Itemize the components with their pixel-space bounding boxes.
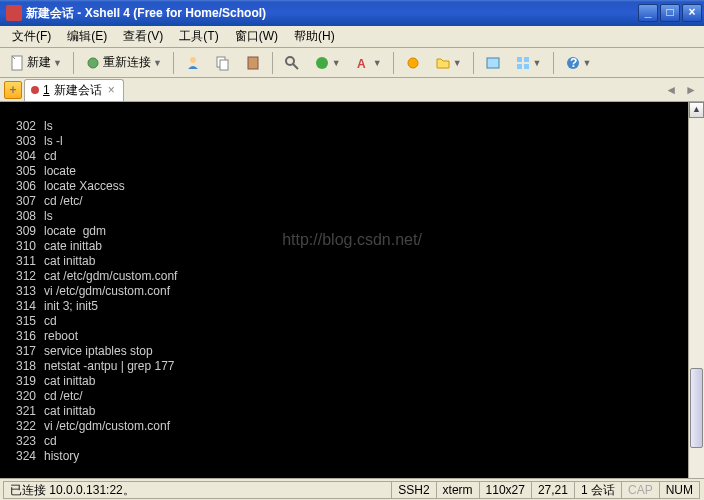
line-number: 311 <box>4 254 44 269</box>
line-number: 323 <box>4 434 44 449</box>
line-number: 302 <box>4 119 44 134</box>
command-text: cd <box>44 314 57 329</box>
scrollbar[interactable]: ▲ ▼ <box>688 102 704 494</box>
menu-help[interactable]: 帮助(H) <box>286 26 343 47</box>
history-line: 320cd /etc/ <box>4 389 700 404</box>
chevron-down-icon: ▼ <box>332 58 341 68</box>
grid-icon <box>515 55 531 71</box>
svg-rect-14 <box>517 64 522 69</box>
tab-next-button[interactable]: ► <box>682 83 700 97</box>
menu-tools[interactable]: 工具(T) <box>171 26 226 47</box>
separator <box>73 52 74 74</box>
line-number: 308 <box>4 209 44 224</box>
history-line: 312cat /etc/gdm/custom.conf <box>4 269 700 284</box>
tab-prev-button[interactable]: ◄ <box>662 83 680 97</box>
line-number: 313 <box>4 284 44 299</box>
font-icon: A <box>355 55 371 71</box>
menu-view[interactable]: 查看(V) <box>115 26 171 47</box>
command-text: cate inittab <box>44 239 102 254</box>
menu-file[interactable]: 文件(F) <box>4 26 59 47</box>
command-text: service iptables stop <box>44 344 153 359</box>
chevron-down-icon: ▼ <box>583 58 592 68</box>
paste-button[interactable] <box>240 52 266 74</box>
svg-rect-12 <box>517 57 522 62</box>
scroll-thumb[interactable] <box>690 368 703 448</box>
status-caps: CAP <box>621 481 660 499</box>
history-line: 324history <box>4 449 700 464</box>
history-line: 317service iptables stop <box>4 344 700 359</box>
history-line: 310cate inittab <box>4 239 700 254</box>
window-icon <box>485 55 501 71</box>
command-text: cat inittab <box>44 404 95 419</box>
maximize-button[interactable]: □ <box>660 4 680 22</box>
command-text: cd <box>44 434 57 449</box>
document-icon <box>9 55 25 71</box>
menubar: 文件(F) 编辑(E) 查看(V) 工具(T) 窗口(W) 帮助(H) <box>0 26 704 48</box>
tab-close-button[interactable]: × <box>106 83 117 97</box>
command-text: locate gdm <box>44 224 106 239</box>
history-line: 321cat inittab <box>4 404 700 419</box>
scroll-up-button[interactable]: ▲ <box>689 102 704 118</box>
terminal[interactable]: 302ls303ls -l304cd305locate306locate Xac… <box>0 102 704 494</box>
titlebar: 新建会话 - Xshell 4 (Free for Home/School) _… <box>0 0 704 26</box>
help-button[interactable]: ?▼ <box>560 52 597 74</box>
new-button[interactable]: 新建 ▼ <box>4 51 67 74</box>
line-number: 303 <box>4 134 44 149</box>
copy-icon <box>215 55 231 71</box>
history-line: 311cat inittab <box>4 254 700 269</box>
history-line: 308ls <box>4 209 700 224</box>
tool3-button[interactable] <box>480 52 506 74</box>
separator <box>393 52 394 74</box>
find-button[interactable] <box>279 52 305 74</box>
color-button[interactable]: ▼ <box>309 52 346 74</box>
help-icon: ? <box>565 55 581 71</box>
history-line: 302ls <box>4 119 700 134</box>
separator <box>272 52 273 74</box>
reconnect-label: 重新连接 <box>103 54 151 71</box>
svg-point-1 <box>88 58 98 68</box>
line-number: 309 <box>4 224 44 239</box>
app-icon <box>6 5 22 21</box>
reconnect-button[interactable]: 重新连接 ▼ <box>80 51 167 74</box>
copy-button[interactable] <box>210 52 236 74</box>
svg-rect-13 <box>524 57 529 62</box>
chevron-down-icon: ▼ <box>373 58 382 68</box>
menu-edit[interactable]: 编辑(E) <box>59 26 115 47</box>
status-num: NUM <box>659 481 700 499</box>
command-text: vi /etc/gdm/custom.conf <box>44 284 170 299</box>
new-label: 新建 <box>27 54 51 71</box>
history-line: 319cat inittab <box>4 374 700 389</box>
command-text: ls -l <box>44 134 63 149</box>
line-number: 307 <box>4 194 44 209</box>
command-text: cd /etc/ <box>44 389 83 404</box>
status-pos: 27,21 <box>531 481 575 499</box>
command-text: cd <box>44 149 57 164</box>
command-text: locate <box>44 164 76 179</box>
separator <box>473 52 474 74</box>
history-line: 306locate Xaccess <box>4 179 700 194</box>
tool4-button[interactable]: ▼ <box>510 52 547 74</box>
svg-text:?: ? <box>570 56 577 70</box>
chevron-down-icon: ▼ <box>533 58 542 68</box>
line-number: 317 <box>4 344 44 359</box>
scroll-track[interactable] <box>689 118 704 478</box>
line-number: 312 <box>4 269 44 284</box>
line-number: 310 <box>4 239 44 254</box>
svg-point-6 <box>286 57 294 65</box>
minimize-button[interactable]: _ <box>638 4 658 22</box>
tab-session[interactable]: 1 新建会话 × <box>24 79 124 101</box>
history-line: 305locate <box>4 164 700 179</box>
command-text: ls <box>44 209 53 224</box>
profile-button[interactable] <box>180 52 206 74</box>
line-number: 305 <box>4 164 44 179</box>
add-tab-button[interactable]: + <box>4 81 22 99</box>
tool2-button[interactable]: ▼ <box>430 52 467 74</box>
tool1-button[interactable] <box>400 52 426 74</box>
close-button[interactable]: × <box>682 4 702 22</box>
font-button[interactable]: A▼ <box>350 52 387 74</box>
line-number: 324 <box>4 449 44 464</box>
menu-window[interactable]: 窗口(W) <box>227 26 286 47</box>
history-line: 318netstat -antpu | grep 177 <box>4 359 700 374</box>
status-sessions: 1 会话 <box>574 481 622 499</box>
search-icon <box>284 55 300 71</box>
